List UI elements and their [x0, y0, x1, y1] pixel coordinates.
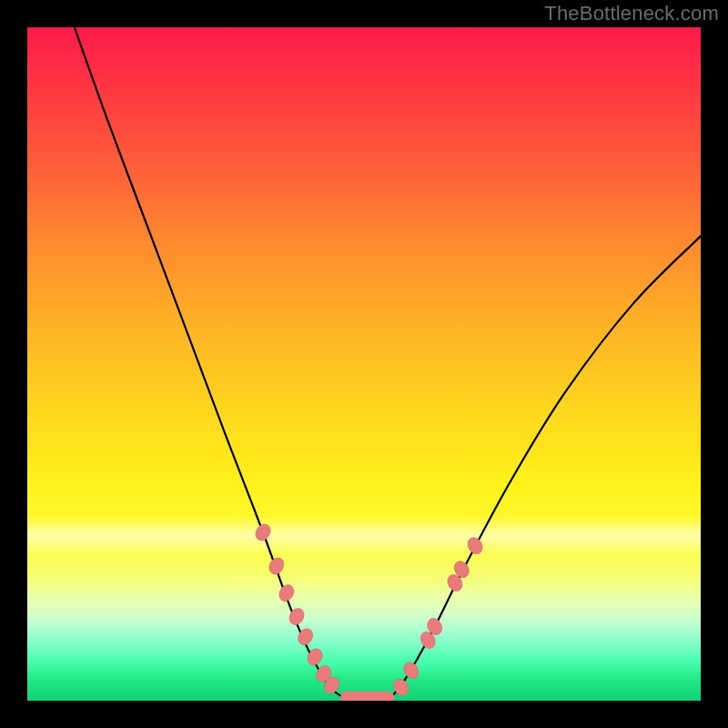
curve-left-branch — [75, 27, 344, 697]
data-marker — [277, 582, 297, 604]
data-markers — [253, 521, 486, 698]
plot-area — [27, 27, 701, 701]
watermark-text: TheBottleneck.com — [544, 2, 719, 25]
data-marker — [401, 660, 421, 682]
data-marker — [287, 606, 307, 628]
curve-minimum-bar — [340, 692, 394, 701]
curve-svg — [27, 27, 701, 701]
data-marker — [267, 555, 287, 577]
data-marker — [465, 535, 485, 557]
chart-frame: TheBottleneck.com — [0, 0, 728, 728]
data-marker — [253, 521, 273, 543]
